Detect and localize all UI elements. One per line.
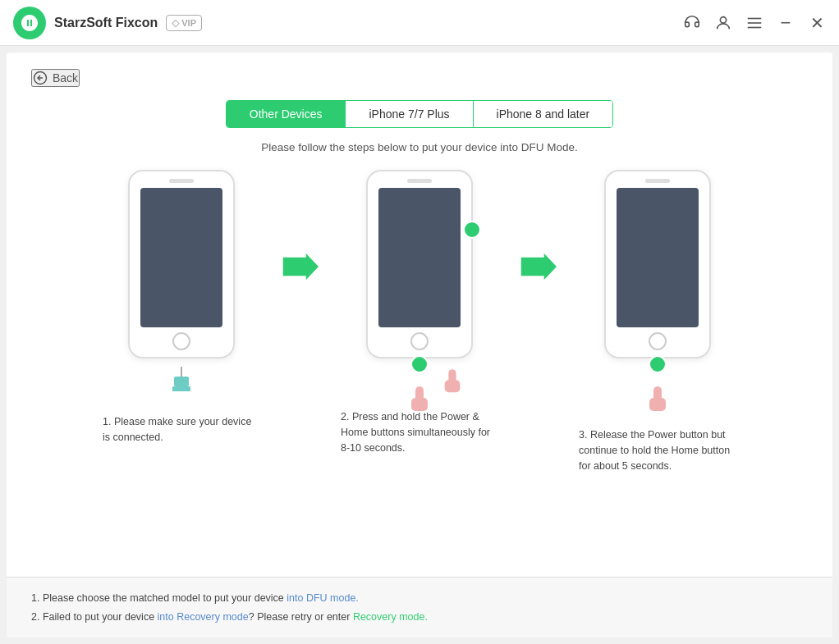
svg-rect-10 — [445, 380, 461, 392]
app-title: StarzSoft Fixcon — [54, 16, 158, 30]
close-icon[interactable]: ✕ — [808, 14, 826, 32]
steps-container: 1. Please make sure your device is conne… — [31, 170, 808, 473]
phone-screen-1 — [140, 188, 222, 327]
main-content: Back Other Devices iPhone 7/7 Plus iPhon… — [7, 53, 832, 637]
step-1: 1. Please make sure your device is conne… — [91, 170, 272, 445]
green-circle-home3 — [649, 355, 667, 373]
tab-iphone8later[interactable]: iPhone 8 and later — [474, 101, 613, 127]
back-label: Back — [53, 71, 78, 84]
step1-text: 1. Please make sure your device is conne… — [99, 414, 264, 445]
arrow-right-icon-1 — [282, 252, 319, 281]
green-circle-power — [463, 221, 481, 239]
arrow-2 — [510, 170, 567, 281]
line2-suffix: ? Please retry or enter — [249, 611, 353, 623]
usb-base — [172, 386, 190, 391]
phone-screen-3 — [617, 188, 699, 327]
vip-badge: ◇ VIP — [166, 15, 202, 31]
svg-rect-13 — [649, 398, 666, 411]
arrow-right-icon-2 — [520, 252, 557, 281]
phone-speaker-1 — [169, 179, 194, 183]
step3-text: 3. Release the Power button but continue… — [575, 427, 740, 473]
hand-pointer-power — [441, 368, 464, 401]
diamond-icon: ◇ — [172, 17, 179, 29]
power-btn-indicator — [463, 221, 481, 239]
phone-speaker-3 — [645, 179, 670, 183]
usb-cable — [181, 367, 182, 377]
bottom-info-line1: 1. Please choose the matched model to pu… — [31, 589, 808, 608]
usb-connector — [172, 367, 190, 391]
recovery-mode-link[interactable]: Recovery mode. — [353, 611, 428, 623]
back-button[interactable]: Back — [31, 69, 80, 87]
step-2: 2. Press and hold the Power & Home butto… — [329, 170, 510, 455]
back-arrow-icon — [33, 71, 48, 85]
vip-label: VIP — [181, 18, 196, 28]
bottom-info-line2: 2. Failed to put your device into Recove… — [31, 608, 808, 627]
headset-icon[interactable] — [683, 14, 701, 32]
window-controls: − ✕ — [683, 14, 826, 32]
svg-marker-11 — [520, 252, 557, 281]
phone-step2 — [366, 170, 473, 359]
top-section: Back Other Devices iPhone 7/7 Plus iPhon… — [7, 53, 832, 577]
phone-screen-2 — [378, 188, 461, 327]
green-circle-home — [410, 355, 429, 373]
tab-group: Other Devices iPhone 7/7 Plus iPhone 8 a… — [226, 100, 613, 128]
bottom-info-bar: 1. Please choose the matched model to pu… — [7, 577, 832, 637]
line2-mid: into Recovery mode — [158, 611, 249, 623]
usb-plug — [174, 377, 189, 386]
line1-prefix: 1. Please choose the matched model to pu… — [31, 592, 287, 604]
logo-icon — [20, 13, 39, 33]
tab-iphone77plus[interactable]: iPhone 7/7 Plus — [346, 101, 473, 127]
phone-home-btn-2 — [410, 332, 429, 350]
arrow-1 — [272, 170, 329, 281]
minimize-icon[interactable]: − — [777, 14, 795, 32]
step2-text: 2. Press and hold the Power & Home butto… — [337, 409, 502, 455]
title-bar: StarzSoft Fixcon ◇ VIP − — [0, 0, 839, 46]
line1-highlight: into DFU mode. — [287, 592, 359, 604]
phone-home-btn-3 — [649, 332, 667, 350]
phone-home-btn-1 — [172, 332, 190, 350]
menu-icon[interactable] — [745, 14, 763, 32]
hand-pointer-step3 — [645, 386, 670, 419]
phone-step3 — [604, 170, 711, 359]
app-logo — [13, 7, 46, 39]
line2-prefix: 2. Failed to put your device — [31, 611, 158, 623]
home-btn-indicator — [410, 355, 429, 373]
tab-other-devices[interactable]: Other Devices — [227, 101, 346, 127]
user-icon[interactable] — [714, 14, 732, 32]
svg-point-0 — [720, 16, 726, 22]
phone-speaker-2 — [407, 179, 432, 183]
phone-step1 — [128, 170, 235, 359]
step-3: 3. Release the Power button but continue… — [567, 170, 748, 473]
home-btn-indicator-3 — [649, 355, 667, 373]
hand-icon-power — [441, 368, 464, 398]
subtitle-text: Please follow the steps below to put you… — [261, 141, 578, 153]
hand-icon-3 — [645, 386, 670, 416]
svg-marker-6 — [282, 252, 319, 281]
